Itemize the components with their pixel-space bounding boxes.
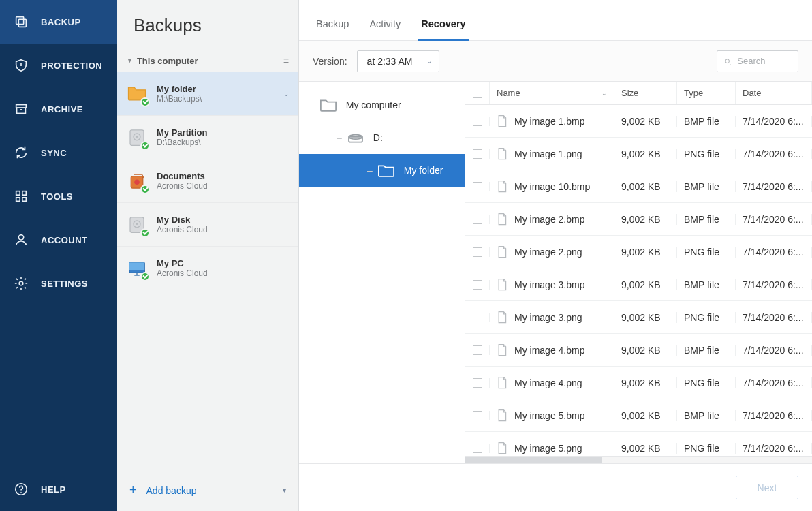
file-type: PNG file: [677, 377, 736, 388]
header-date[interactable]: Date: [736, 82, 812, 104]
search-icon: [724, 57, 732, 66]
backup-group-header[interactable]: ▼ This computer ≡: [117, 50, 298, 72]
folder-icon: [127, 84, 147, 104]
nav-archive[interactable]: ARCHIVE: [0, 87, 117, 131]
table-row[interactable]: My image 5.png9,002 KBPNG file7/14/2020 …: [465, 432, 812, 456]
nav-label: PROTECTION: [41, 61, 102, 71]
table-row[interactable]: My image 4.png9,002 KBPNG file7/14/2020 …: [465, 367, 812, 399]
nav-label: SETTINGS: [41, 279, 88, 289]
table-row[interactable]: My image 2.png9,002 KBPNG file7/14/2020 …: [465, 236, 812, 268]
file-icon: [497, 278, 507, 292]
chevron-down-icon[interactable]: ▾: [283, 486, 286, 494]
nav-help[interactable]: HELP: [0, 467, 117, 511]
row-checkbox[interactable]: [473, 247, 482, 257]
status-ok-icon: [140, 97, 150, 107]
header-checkbox-cell[interactable]: [465, 82, 490, 104]
tab-recovery[interactable]: Recovery: [421, 18, 465, 40]
backup-subtitle: Acronis Cloud: [157, 268, 289, 278]
nav-label: HELP: [41, 484, 66, 495]
table-row[interactable]: My image 3.png9,002 KBPNG file7/14/2020 …: [465, 301, 812, 334]
tree-node[interactable]: –My computer: [299, 89, 465, 121]
row-checkbox[interactable]: [473, 411, 482, 420]
table-row[interactable]: My image 3.bmp9,002 KBBMP file7/14/2020 …: [465, 268, 812, 301]
nav-settings[interactable]: SETTINGS: [0, 262, 117, 305]
file-table: Name⌄ Size Type Date My image 1.bmp9,002…: [465, 82, 812, 463]
nav-protection[interactable]: PROTECTION: [0, 44, 117, 87]
table-row[interactable]: My image 10.bmp9,002 KBBMP file7/14/2020…: [465, 170, 812, 203]
table-row[interactable]: My image 4.bmp9,002 KBBMP file7/14/2020 …: [465, 334, 812, 367]
svg-point-16: [134, 179, 140, 185]
group-menu-icon[interactable]: ≡: [283, 55, 289, 66]
row-checkbox[interactable]: [473, 117, 482, 126]
file-size: 9,002 KB: [614, 181, 677, 192]
folder-icon: [319, 97, 338, 112]
backup-item[interactable]: My DiskAcronis Cloud: [117, 203, 298, 247]
file-type: BMP file: [677, 214, 736, 225]
backup-item[interactable]: My PartitionD:\Backups\: [117, 116, 298, 159]
file-type: BMP file: [677, 279, 736, 290]
version-select[interactable]: at 2:33 AM ⌄: [357, 50, 439, 72]
header-name[interactable]: Name⌄: [490, 82, 614, 104]
backup-title: Documents: [157, 171, 289, 181]
tree-label: My folder: [404, 165, 443, 176]
file-name: My image 1.bmp: [514, 116, 584, 127]
nav-account[interactable]: ACCOUNT: [0, 218, 117, 262]
row-checkbox[interactable]: [473, 313, 482, 322]
search-input[interactable]: [737, 56, 791, 66]
file-name: My image 5.bmp: [514, 410, 584, 421]
status-ok-icon: [140, 272, 150, 281]
nav-sync[interactable]: SYNC: [0, 131, 117, 174]
tab-backup[interactable]: Backup: [316, 18, 349, 40]
checkbox[interactable]: [473, 89, 482, 98]
file-size: 9,002 KB: [614, 247, 677, 258]
chevron-down-icon[interactable]: ⌄: [283, 90, 289, 97]
row-checkbox[interactable]: [473, 215, 482, 224]
file-size: 9,002 KB: [614, 279, 677, 290]
tab-activity[interactable]: Activity: [369, 18, 401, 40]
row-checkbox[interactable]: [473, 149, 482, 159]
nav-tools[interactable]: TOOLS: [0, 174, 117, 218]
table-row[interactable]: My image 1.bmp9,002 KBBMP file7/14/2020 …: [465, 105, 812, 138]
table-row[interactable]: My image 5.bmp9,002 KBBMP file7/14/2020 …: [465, 399, 812, 432]
file-date: 7/14/2020 6:...: [736, 377, 812, 388]
tree-node[interactable]: –D:: [299, 121, 465, 154]
nav-label: SYNC: [41, 148, 67, 158]
header-size[interactable]: Size: [614, 82, 677, 104]
row-checkbox[interactable]: [473, 280, 482, 290]
file-type: PNG file: [677, 312, 736, 323]
nav-backup[interactable]: BACKUP: [0, 0, 117, 44]
svg-rect-0: [16, 17, 24, 25]
table-row[interactable]: My image 2.bmp9,002 KBBMP file7/14/2020 …: [465, 203, 812, 236]
backup-item[interactable]: My folderM:\Backups\⌄: [117, 72, 298, 116]
horizontal-scrollbar[interactable]: [465, 456, 812, 463]
svg-rect-4: [16, 191, 20, 196]
row-checkbox[interactable]: [473, 378, 482, 388]
nav-label: ACCOUNT: [41, 235, 88, 245]
svg-point-22: [725, 59, 730, 63]
backup-subtitle: Acronis Cloud: [157, 225, 289, 234]
add-backup-button[interactable]: + Add backup ▾: [117, 469, 298, 511]
search-box[interactable]: [717, 50, 798, 72]
file-date: 7/14/2020 6:...: [736, 279, 812, 290]
file-date: 7/14/2020 6:...: [736, 116, 812, 127]
svg-rect-21: [129, 262, 145, 270]
file-date: 7/14/2020 6:...: [736, 312, 812, 323]
file-icon: [497, 376, 507, 390]
row-checkbox[interactable]: [473, 345, 482, 355]
nav-label: TOOLS: [41, 191, 73, 202]
row-checkbox[interactable]: [473, 444, 482, 453]
svg-point-9: [19, 281, 23, 285]
account-icon: [14, 232, 29, 247]
backup-item[interactable]: My PCAcronis Cloud: [117, 247, 298, 290]
backup-title: My PC: [157, 258, 289, 268]
backup-title: My folder: [157, 84, 274, 94]
file-date: 7/14/2020 6:...: [736, 214, 812, 225]
version-value: at 2:33 AM: [367, 56, 413, 67]
backup-item[interactable]: DocumentsAcronis Cloud: [117, 159, 298, 203]
main-area: BackupActivityRecovery Version: at 2:33 …: [299, 0, 812, 511]
next-button[interactable]: Next: [736, 476, 798, 499]
row-checkbox[interactable]: [473, 182, 482, 191]
header-type[interactable]: Type: [677, 82, 736, 104]
table-row[interactable]: My image 1.png9,002 KBPNG file7/14/2020 …: [465, 138, 812, 170]
tree-node[interactable]: –My folder: [299, 154, 465, 187]
